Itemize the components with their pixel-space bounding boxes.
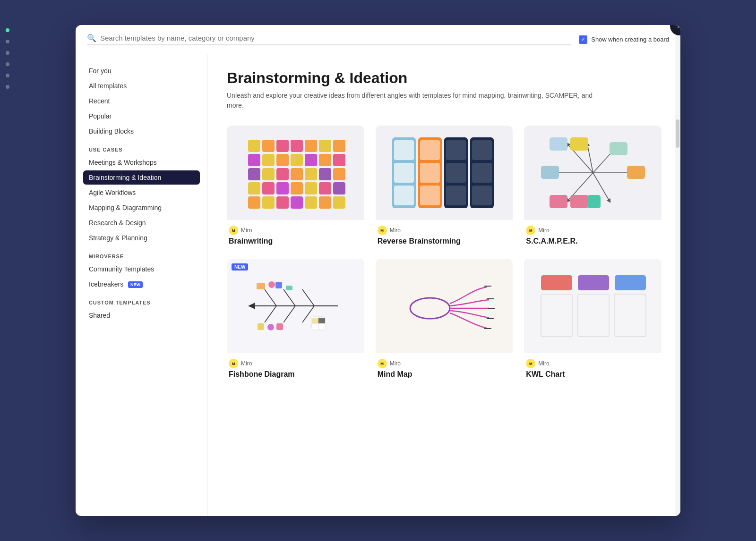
svg-rect-23: [276, 182, 289, 194]
svg-rect-32: [305, 196, 317, 209]
svg-rect-19: [319, 168, 331, 180]
svg-rect-63: [627, 166, 645, 179]
sidebar-item-icebreakers[interactable]: Icebreakers NEW: [83, 277, 200, 291]
svg-rect-5: [319, 140, 331, 152]
svg-rect-29: [262, 196, 275, 209]
custom-templates-label: CUSTOM TEMPLATES: [83, 292, 200, 308]
sidebar-item-agile-workflows[interactable]: Agile Workflows: [83, 186, 200, 200]
mind-map-svg: [387, 266, 501, 346]
svg-rect-8: [262, 154, 275, 166]
svg-point-77: [268, 281, 275, 288]
sidebar-item-for-you[interactable]: For you: [83, 64, 200, 78]
author-name-kwl-chart: Miro: [538, 360, 549, 367]
svg-rect-1: [262, 140, 275, 152]
template-card-reverse-brainstorming[interactable]: M Miro Reverse Brainstorming: [376, 126, 513, 247]
svg-rect-27: [333, 182, 345, 194]
template-author-brainwriting: M Miro: [229, 226, 362, 235]
sidebar-item-meetings-workshops[interactable]: Meetings & Workshops: [83, 155, 200, 169]
svg-rect-21: [248, 182, 260, 194]
svg-rect-22: [262, 182, 275, 194]
svg-rect-41: [420, 163, 440, 183]
sidebar-item-popular[interactable]: Popular: [83, 109, 200, 123]
svg-rect-4: [305, 140, 317, 152]
miro-logo-scamper: M: [526, 226, 535, 235]
author-name-rb: Miro: [390, 227, 401, 234]
show-when-creating-label: Show when creating a board: [591, 36, 669, 43]
templates-modal: × 🔍 ✓ Show when creating a board For you…: [76, 25, 680, 516]
sidebar-item-shared[interactable]: Shared: [83, 308, 200, 322]
scrollbar-track[interactable]: [675, 54, 680, 516]
templates-grid: M Miro Brainwriting: [227, 126, 662, 380]
modal-overlay: × 🔍 ✓ Show when creating a board For you…: [0, 0, 756, 541]
show-when-creating-option[interactable]: ✓ Show when creating a board: [579, 35, 669, 44]
template-name-scamper: S.C.A.M.P.E.R.: [526, 237, 660, 245]
fishbone-svg: [239, 266, 352, 346]
svg-rect-6: [333, 140, 345, 152]
svg-rect-97: [541, 294, 572, 337]
sidebar-item-community-templates[interactable]: Community Templates: [83, 262, 200, 276]
svg-point-88: [410, 298, 450, 319]
show-when-creating-checkbox[interactable]: ✓: [579, 35, 587, 44]
template-name-kwl-chart: KWL Chart: [526, 370, 660, 379]
search-wrapper[interactable]: 🔍: [87, 34, 571, 45]
svg-rect-76: [257, 283, 265, 289]
kwl-chart-svg: [536, 268, 650, 344]
svg-rect-48: [472, 140, 492, 160]
miro-logo: M: [229, 226, 238, 235]
close-icon: ×: [677, 25, 680, 31]
svg-rect-9: [276, 154, 289, 166]
template-card-mind-map[interactable]: M Miro Mind Map: [376, 259, 513, 380]
template-info-scamper: M Miro S.C.A.M.P.E.R.: [524, 220, 662, 247]
svg-rect-62: [541, 166, 559, 179]
template-card-fishbone[interactable]: NEW: [227, 259, 364, 380]
svg-rect-65: [570, 195, 588, 208]
sidebar-item-building-blocks[interactable]: Building Blocks: [83, 124, 200, 138]
template-info-kwl-chart: M Miro KWL Chart: [524, 353, 662, 380]
svg-line-70: [265, 289, 276, 306]
svg-rect-33: [319, 196, 331, 209]
modal-body: For you All templates Recent Popular Bui…: [76, 54, 680, 516]
template-info-brainwriting: M Miro Brainwriting: [227, 220, 364, 247]
svg-rect-40: [420, 140, 440, 160]
template-author-scamper: M Miro: [526, 226, 660, 235]
sidebar-item-all-templates[interactable]: All templates: [83, 79, 200, 93]
sidebar-item-mapping-diagramming[interactable]: Mapping & Diagramming: [83, 201, 200, 215]
scrollbar-thumb[interactable]: [676, 119, 679, 148]
template-author-rb: M Miro: [378, 226, 511, 235]
svg-rect-99: [615, 294, 646, 337]
template-info-fishbone: M Miro Fishbone Diagram: [227, 353, 364, 380]
author-name-scamper: Miro: [538, 227, 549, 234]
search-input[interactable]: [100, 34, 571, 42]
svg-marker-69: [248, 303, 255, 309]
svg-rect-44: [446, 140, 466, 160]
template-card-kwl-chart[interactable]: M Miro KWL Chart: [524, 259, 662, 380]
svg-rect-82: [276, 323, 283, 330]
modal-header: 🔍 ✓ Show when creating a board: [76, 25, 680, 54]
template-preview-scamper: [524, 126, 662, 220]
svg-rect-20: [333, 168, 345, 180]
sidebar-item-strategy-planning[interactable]: Strategy & Planning: [83, 231, 200, 245]
template-preview-reverse-brainstorming: [376, 126, 513, 220]
miroverse-label: MIROVERSE: [83, 246, 200, 262]
svg-rect-87: [318, 318, 325, 323]
svg-rect-46: [446, 186, 466, 205]
miro-logo-kwl-chart: M: [526, 359, 535, 368]
sidebar: For you All templates Recent Popular Bui…: [76, 54, 208, 516]
svg-rect-61: [570, 137, 588, 151]
svg-rect-25: [305, 182, 317, 194]
sidebar-item-brainstorming-ideation[interactable]: Brainstorming & Ideation: [83, 170, 200, 185]
svg-rect-14: [248, 168, 260, 180]
sidebar-item-research-design[interactable]: Research & Design: [83, 216, 200, 230]
template-preview-brainwriting: [227, 126, 364, 220]
brainwriting-preview-svg: [243, 135, 347, 211]
svg-line-74: [284, 306, 295, 322]
sidebar-item-recent[interactable]: Recent: [83, 94, 200, 108]
svg-rect-17: [291, 168, 303, 180]
miro-logo-fishbone: M: [229, 359, 238, 368]
page-title: Brainstorming & Ideation: [227, 69, 662, 87]
template-card-brainwriting[interactable]: M Miro Brainwriting: [227, 126, 364, 247]
template-card-scamper[interactable]: M Miro S.C.A.M.P.E.R.: [524, 126, 662, 247]
svg-rect-37: [394, 163, 414, 183]
template-preview-kwl-chart: [524, 259, 662, 353]
svg-rect-31: [291, 196, 303, 209]
